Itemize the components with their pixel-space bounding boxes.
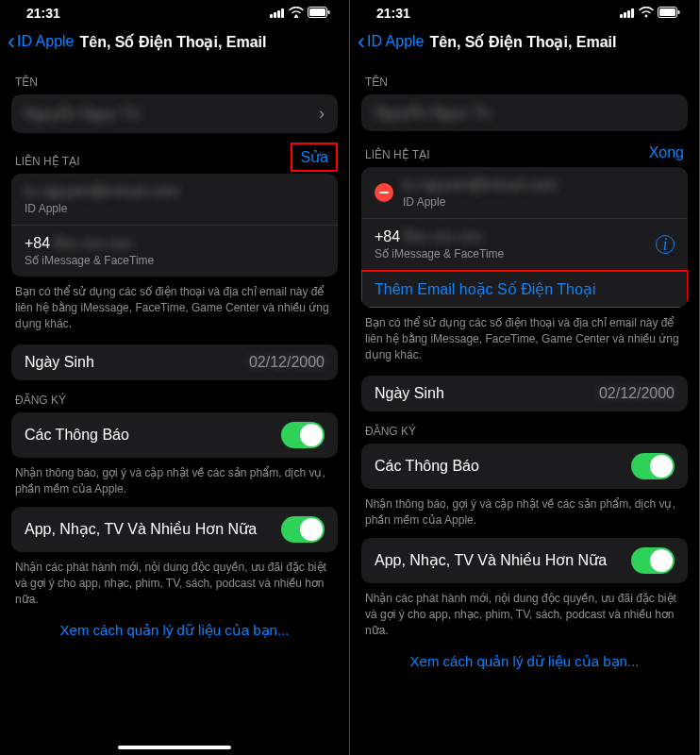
apps-toggle[interactable] — [631, 547, 675, 574]
section-header-name: TÊN — [0, 62, 349, 94]
manage-data-link[interactable]: Xem cách quản lý dữ liệu của bạn... — [0, 609, 349, 652]
contact-email-sub: ID Apple — [403, 195, 675, 209]
birthday-label: Ngày Sinh — [25, 354, 249, 371]
back-button[interactable]: ID Apple — [367, 33, 424, 50]
birthday-group: Ngày Sinh 02/12/2000 — [11, 344, 338, 380]
signal-icon — [620, 6, 635, 21]
apps-cell: App, Nhạc, TV Và Nhiều Hơn Nữa — [11, 507, 338, 552]
birthday-group: Ngày Sinh 02/12/2000 — [361, 376, 688, 411]
done-button[interactable]: Xong — [649, 144, 684, 161]
delete-icon[interactable] — [375, 183, 393, 202]
page-title: Tên, Số Điện Thoại, Email — [429, 33, 616, 51]
contact-email-value: tu.nguyen@icloud.com — [25, 183, 325, 200]
manage-data-link[interactable]: Xem cách quản lý dữ liệu của bạn... — [350, 640, 699, 683]
notify-label: Các Thông Báo — [25, 427, 281, 444]
birthday-cell[interactable]: Ngày Sinh 02/12/2000 — [361, 376, 688, 411]
info-icon[interactable]: i — [656, 235, 675, 254]
svg-rect-6 — [309, 8, 325, 16]
svg-rect-2 — [277, 10, 280, 18]
apps-footer: Nhận các phát hành mới, nội dung độc quy… — [350, 583, 699, 640]
birthday-value: 02/12/2000 — [249, 354, 325, 371]
apps-label: App, Nhạc, TV Và Nhiều Hơn Nữa — [25, 520, 281, 538]
back-chevron-icon[interactable]: ‹ — [358, 30, 365, 53]
svg-rect-15 — [678, 10, 680, 14]
svg-rect-11 — [631, 8, 634, 18]
phone-screen-right: 21:31 ‹ ID Apple Tên, Số Điện Thoại, Ema… — [350, 0, 700, 755]
chevron-right-icon: › — [319, 104, 325, 124]
add-contact-label: Thêm Email hoặc Số Điện Thoại — [375, 280, 595, 298]
wifi-icon — [289, 6, 304, 21]
contact-phone-cell[interactable]: +84 9xx xxx xxx Số iMessage & FaceTime i — [361, 219, 688, 271]
contact-footer: Bạn có thể sử dụng các số điện thoại và … — [0, 277, 349, 333]
svg-rect-3 — [281, 8, 284, 18]
svg-rect-9 — [624, 12, 626, 18]
edit-button[interactable]: Sửa — [294, 146, 334, 168]
name-cell[interactable]: Nguyễn Ngọc Tú — [361, 94, 688, 131]
navigation-bar: ‹ ID Apple Tên, Số Điện Thoại, Email — [0, 23, 349, 62]
svg-point-4 — [295, 15, 298, 18]
contact-phone-value: +84 9xx xxx xxx — [25, 235, 325, 252]
section-header-contact: LIÊN HỆ TẠI Xong — [350, 131, 699, 167]
back-button[interactable]: ID Apple — [17, 33, 74, 50]
phone-screen-left: 21:31 ‹ ID Apple Tên, Số Điện Thoại, Ema… — [0, 0, 350, 755]
add-contact-button[interactable]: Thêm Email hoặc Số Điện Thoại — [361, 271, 688, 308]
svg-point-12 — [645, 15, 648, 18]
home-indicator[interactable] — [118, 746, 231, 749]
contact-group-edit: tu.nguyen@icloud.com ID Apple +84 9xx xx… — [361, 167, 688, 308]
notify-toggle[interactable] — [631, 453, 675, 479]
birthday-cell[interactable]: Ngày Sinh 02/12/2000 — [11, 344, 338, 380]
notify-group: Các Thông Báo — [11, 412, 338, 458]
svg-rect-1 — [274, 12, 276, 18]
contact-footer: Bạn có thể sử dụng các số điện thoại và … — [350, 308, 699, 364]
status-time: 21:31 — [376, 6, 410, 21]
contact-email-cell[interactable]: tu.nguyen@icloud.com ID Apple — [361, 167, 688, 219]
section-label-subscribe: ĐĂNG KÝ — [365, 425, 416, 438]
status-icons — [620, 6, 680, 21]
notify-cell: Các Thông Báo — [361, 444, 688, 489]
section-label-name: TÊN — [365, 76, 388, 89]
name-value: Nguyễn Ngọc Tú — [375, 104, 675, 122]
apps-toggle[interactable] — [281, 516, 325, 543]
notify-footer: Nhận thông báo, gợi ý và cập nhật về các… — [350, 489, 699, 530]
page-title: Tên, Số Điện Thoại, Email — [79, 33, 266, 51]
contact-phone-value: +84 9xx xxx xxx — [375, 228, 656, 245]
section-label-contact: LIÊN HỆ TẠI — [365, 148, 429, 161]
name-group: Nguyễn Ngọc Tú › — [11, 94, 338, 133]
battery-icon — [308, 6, 330, 21]
apps-label: App, Nhạc, TV Và Nhiều Hơn Nữa — [375, 551, 631, 569]
contact-email-sub: ID Apple — [25, 202, 325, 215]
notify-toggle[interactable] — [281, 422, 325, 448]
section-header-name: TÊN — [350, 62, 699, 94]
contact-email-value: tu.nguyen@icloud.com — [403, 176, 675, 193]
apps-footer: Nhận các phát hành mới, nội dung độc quy… — [0, 552, 349, 609]
section-header-subscribe: ĐĂNG KÝ — [0, 380, 349, 412]
battery-icon — [658, 6, 680, 21]
wifi-icon — [639, 6, 654, 21]
status-bar: 21:31 — [0, 0, 349, 23]
section-header-contact: LIÊN HỆ TẠI Sửa — [0, 133, 349, 174]
notify-group: Các Thông Báo — [361, 444, 688, 489]
content: TÊN Nguyễn Ngọc Tú › LIÊN HỆ TẠI Sửa tu.… — [0, 62, 349, 755]
contact-phone-cell[interactable]: +84 9xx xxx xxx Số iMessage & FaceTime — [11, 226, 338, 277]
section-label-subscribe: ĐĂNG KÝ — [15, 394, 66, 407]
notify-footer: Nhận thông báo, gợi ý và cập nhật về các… — [0, 458, 349, 499]
signal-icon — [270, 6, 285, 21]
section-label-name: TÊN — [15, 76, 38, 89]
section-header-subscribe: ĐĂNG KÝ — [350, 411, 699, 444]
apps-cell: App, Nhạc, TV Và Nhiều Hơn Nữa — [361, 538, 688, 583]
birthday-label: Ngày Sinh — [375, 385, 599, 402]
contact-phone-sub: Số iMessage & FaceTime — [25, 254, 325, 267]
apps-group: App, Nhạc, TV Và Nhiều Hơn Nữa — [11, 507, 338, 552]
notify-label: Các Thông Báo — [375, 458, 631, 475]
back-chevron-icon[interactable]: ‹ — [8, 30, 15, 53]
name-group: Nguyễn Ngọc Tú — [361, 94, 688, 131]
status-time: 21:31 — [26, 6, 60, 21]
contact-email-cell[interactable]: tu.nguyen@icloud.com ID Apple — [11, 174, 338, 226]
navigation-bar: ‹ ID Apple Tên, Số Điện Thoại, Email — [350, 23, 699, 62]
apps-group: App, Nhạc, TV Và Nhiều Hơn Nữa — [361, 538, 688, 583]
svg-rect-10 — [627, 10, 630, 18]
status-bar: 21:31 — [350, 0, 699, 23]
svg-rect-8 — [620, 14, 623, 18]
svg-rect-0 — [270, 14, 273, 18]
name-cell[interactable]: Nguyễn Ngọc Tú › — [11, 94, 338, 133]
